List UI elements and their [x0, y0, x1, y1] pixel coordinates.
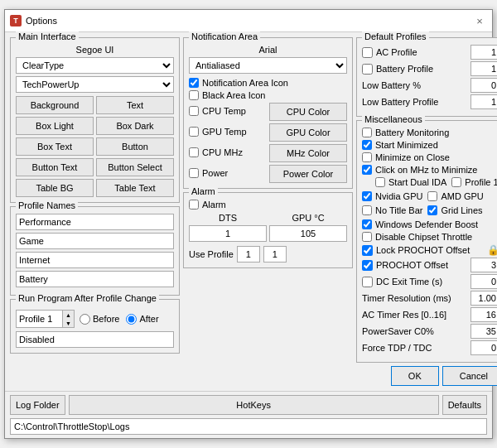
- no-title-bar-checkbox[interactable]: [362, 205, 372, 215]
- profile-name-1[interactable]: [16, 233, 174, 249]
- nvidia-gpu-checkbox[interactable]: [362, 191, 372, 201]
- minimize-on-close-checkbox[interactable]: [362, 152, 372, 162]
- cancel-button[interactable]: Cancel: [442, 366, 497, 386]
- sensor-buttons-grid: CPU Temp CPU Color GPU Temp GPU Color CP…: [189, 103, 347, 183]
- use-profile-val1-input[interactable]: [237, 246, 260, 263]
- lock-prochot-checkbox[interactable]: [362, 245, 373, 256]
- amd-gpu-checkbox[interactable]: [427, 191, 437, 201]
- options-window: T Options × Main Interface Segoe UI Clea…: [4, 9, 493, 439]
- battery-monitoring-row: Battery Monitoring: [362, 128, 497, 137]
- power-checkbox[interactable]: [189, 168, 199, 178]
- battery-monitoring-label: Battery Monitoring: [375, 128, 449, 137]
- spinbox-down[interactable]: ▼: [62, 319, 74, 327]
- profile-names-title: Profile Names: [16, 200, 78, 210]
- background-button[interactable]: Background: [16, 96, 94, 114]
- use-profile-row: Use Profile: [189, 246, 347, 263]
- start-minimized-row: Start Minimized: [362, 140, 497, 150]
- close-button[interactable]: ×: [472, 13, 487, 28]
- box-light-button[interactable]: Box Light: [16, 117, 94, 135]
- cpu-mhz-checkbox[interactable]: [189, 147, 199, 157]
- battery-profile-input[interactable]: [470, 61, 497, 76]
- cpu-temp-checkbox[interactable]: [189, 106, 199, 116]
- ac-timer-res-input[interactable]: [470, 307, 497, 322]
- ok-cancel-buttons: OK Cancel: [356, 366, 497, 386]
- ac-profile-label: AC Profile: [376, 47, 467, 57]
- profile-1-label: Profile 1: [465, 177, 497, 187]
- profile-name-0[interactable]: [16, 214, 174, 230]
- battery-monitoring-checkbox[interactable]: [362, 128, 372, 137]
- hotkeys-button[interactable]: HotKeys: [69, 395, 439, 415]
- app-icon: T: [10, 15, 22, 26]
- alarm-content: Alarm DTS GPU °C Use Profile: [189, 200, 347, 263]
- table-text-button[interactable]: Table Text: [96, 179, 174, 197]
- profile-name-3[interactable]: [16, 271, 174, 287]
- battery-profile-checkbox[interactable]: [362, 64, 373, 75]
- gpu-color-button[interactable]: GPU Color: [269, 123, 347, 142]
- windows-defender-checkbox[interactable]: [362, 219, 372, 229]
- mhz-color-button[interactable]: MHz Color: [269, 144, 347, 162]
- start-dual-ida-label: Start Dual IDA: [388, 177, 446, 187]
- minimize-on-close-row: Minimize on Close: [362, 152, 497, 162]
- cpu-color-button[interactable]: CPU Color: [269, 103, 347, 121]
- profile-name-2[interactable]: [16, 252, 174, 268]
- click-on-mhz-label: Click on MHz to Minimize: [375, 165, 477, 175]
- button-select-button[interactable]: Button Select: [96, 158, 174, 176]
- power-color-button[interactable]: Power Color: [269, 165, 347, 183]
- default-profiles-content: AC Profile Battery Profile Low Battery %…: [362, 45, 497, 109]
- theme-select[interactable]: TechPowerUp: [16, 76, 174, 93]
- low-battery-pct-label: Low Battery %: [362, 80, 467, 90]
- rendering-select[interactable]: ClearType: [16, 57, 174, 74]
- no-title-bar-label: No Title Bar: [375, 205, 422, 215]
- text-button[interactable]: Text: [96, 96, 174, 114]
- log-folder-button[interactable]: Log Folder: [10, 395, 65, 415]
- notif-rendering-select[interactable]: Antialiased: [189, 57, 347, 74]
- ac-profile-input[interactable]: [470, 45, 497, 60]
- disabled-program-input[interactable]: [16, 331, 174, 348]
- prochot-offset-input[interactable]: [470, 258, 497, 272]
- no-title-bar-row: No Title Bar: [362, 205, 422, 215]
- start-minimized-checkbox[interactable]: [362, 140, 372, 150]
- table-bg-button[interactable]: Table BG: [16, 179, 94, 197]
- black-area-checkbox[interactable]: [189, 90, 199, 100]
- disable-chipset-checkbox[interactable]: [362, 232, 372, 242]
- profile-spinbox[interactable]: ▲ ▼: [16, 310, 75, 328]
- prochot-offset-row: PROCHOT Offset: [362, 258, 497, 272]
- dts-value-input[interactable]: [189, 225, 267, 242]
- use-profile-val2-input[interactable]: [263, 246, 287, 263]
- button-text-button[interactable]: Button Text: [16, 158, 94, 176]
- start-dual-ida-checkbox[interactable]: [375, 177, 385, 187]
- before-radio[interactable]: [80, 314, 90, 325]
- ac-timer-res-row: AC Timer Res [0..16]: [362, 307, 497, 322]
- spinbox-up[interactable]: ▲: [62, 311, 74, 319]
- profile-spinbox-input[interactable]: [17, 311, 62, 327]
- dc-exit-input[interactable]: [470, 274, 497, 289]
- defaults-button[interactable]: Defaults: [442, 395, 487, 415]
- ac-profile-row: AC Profile: [362, 45, 497, 60]
- box-text-button[interactable]: Box Text: [16, 137, 94, 156]
- low-battery-pct-input[interactable]: [470, 78, 497, 93]
- click-on-mhz-checkbox[interactable]: [362, 165, 372, 175]
- gpu-temp-checkbox[interactable]: [189, 127, 199, 137]
- low-battery-profile-label: Low Battery Profile: [362, 97, 467, 107]
- powersaver-input[interactable]: [470, 324, 497, 339]
- lock-prochot-row: Lock PROCHOT Offset 🔒: [362, 244, 497, 256]
- amd-gpu-row: AMD GPU: [427, 191, 483, 201]
- after-radio[interactable]: [126, 314, 137, 325]
- ac-profile-checkbox[interactable]: [362, 47, 373, 58]
- dc-exit-checkbox[interactable]: [362, 277, 373, 287]
- low-battery-profile-input[interactable]: [470, 94, 497, 109]
- start-dual-ida-inner: Start Dual IDA: [375, 177, 446, 187]
- force-tdp-input[interactable]: [470, 340, 497, 355]
- grid-lines-checkbox[interactable]: [427, 205, 437, 215]
- alarm-checkbox[interactable]: [189, 200, 199, 210]
- timer-resolution-input[interactable]: [470, 291, 497, 306]
- profile-1-checkbox[interactable]: [451, 177, 461, 187]
- gpu-c-value-input[interactable]: [269, 225, 347, 242]
- notification-area-group: Notification Area Arial Antialiased Noti…: [183, 37, 353, 189]
- box-dark-button[interactable]: Box Dark: [96, 117, 174, 135]
- black-area-label: Black Area Icon: [202, 90, 265, 100]
- button-button[interactable]: Button: [96, 137, 174, 156]
- prochot-offset-checkbox[interactable]: [362, 260, 373, 271]
- ok-button[interactable]: OK: [391, 366, 439, 386]
- notif-icon-checkbox[interactable]: [189, 78, 199, 88]
